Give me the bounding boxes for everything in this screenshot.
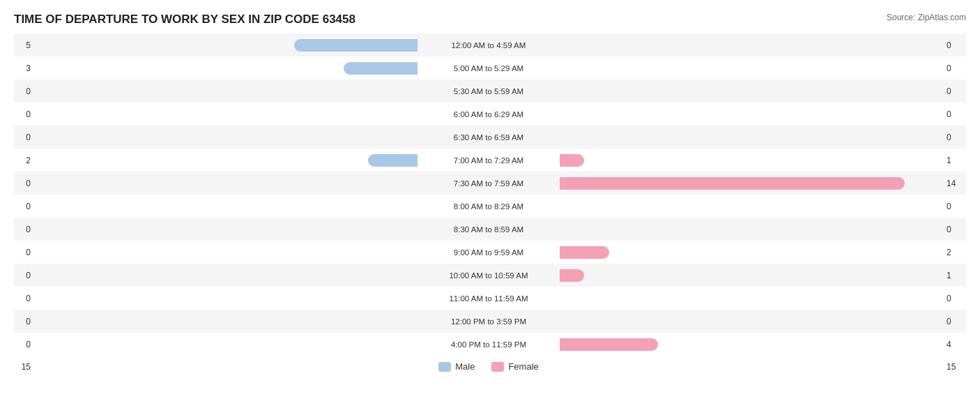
left-value: 5 — [14, 40, 33, 50]
time-label: 8:30 AM to 8:59 AM — [419, 225, 558, 234]
male-bar — [344, 62, 418, 75]
female-bar — [560, 154, 584, 167]
legend-male-label: Male — [455, 361, 475, 372]
male-side — [33, 84, 419, 99]
male-side — [33, 291, 419, 306]
bars-center: 12:00 PM to 3:59 PM — [33, 310, 944, 333]
female-side — [558, 245, 944, 260]
chart-row: 0 6:00 AM to 6:29 AM 0 — [14, 103, 966, 126]
bars-center: 12:00 AM to 4:59 AM — [33, 33, 944, 56]
male-side — [33, 61, 419, 76]
female-side — [558, 337, 944, 352]
left-value: 0 — [14, 317, 33, 326]
left-value: 0 — [14, 248, 33, 257]
bars-center: 5:30 AM to 5:59 AM — [33, 80, 944, 103]
chart-source: Source: ZipAtlas.com — [887, 13, 966, 22]
male-side — [33, 130, 419, 145]
left-value: 0 — [14, 340, 33, 349]
female-side — [558, 84, 944, 99]
left-value: 0 — [14, 271, 33, 280]
female-bar — [560, 246, 609, 259]
male-side — [33, 153, 419, 168]
legend-male: Male — [438, 361, 475, 372]
time-label: 7:00 AM to 7:29 AM — [419, 156, 558, 165]
female-side — [558, 153, 944, 168]
right-value: 0 — [944, 40, 966, 50]
female-side — [558, 107, 944, 122]
bottom-right-value: 15 — [944, 362, 966, 372]
right-value: 14 — [944, 179, 966, 188]
left-value: 0 — [14, 133, 33, 142]
legend-female-label: Female — [508, 361, 538, 372]
female-side — [558, 130, 944, 145]
bars-center: 6:00 AM to 6:29 AM — [33, 103, 944, 126]
right-value: 0 — [944, 86, 966, 96]
right-value: 0 — [944, 317, 966, 326]
bars-center: 10:00 AM to 10:59 AM — [33, 264, 944, 287]
female-side — [558, 61, 944, 76]
right-value: 0 — [944, 63, 966, 73]
right-value: 0 — [944, 225, 966, 234]
right-value: 4 — [944, 340, 966, 349]
chart-row: 2 7:00 AM to 7:29 AM 1 — [14, 149, 966, 172]
left-value: 0 — [14, 202, 33, 211]
male-side — [33, 38, 419, 53]
female-side — [558, 222, 944, 237]
time-label: 5:00 AM to 5:29 AM — [419, 64, 558, 73]
time-label: 12:00 PM to 3:59 PM — [419, 317, 558, 326]
left-value: 0 — [14, 294, 33, 303]
right-value: 2 — [944, 248, 966, 257]
male-side — [33, 107, 419, 122]
female-side — [558, 291, 944, 306]
right-value: 0 — [944, 294, 966, 303]
bars-center: 7:30 AM to 7:59 AM — [33, 172, 944, 195]
male-side — [33, 337, 419, 352]
right-value: 1 — [944, 271, 966, 280]
right-value: 0 — [944, 202, 966, 211]
right-value: 1 — [944, 156, 966, 165]
bars-center: 11:00 AM to 11:59 AM — [33, 287, 944, 310]
left-value: 3 — [14, 63, 33, 73]
female-bar — [560, 177, 905, 190]
male-side — [33, 199, 419, 214]
chart-row: 0 9:00 AM to 9:59 AM 2 — [14, 241, 966, 264]
male-side — [33, 222, 419, 237]
chart-title: TIME OF DEPARTURE TO WORK BY SEX IN ZIP … — [14, 13, 966, 27]
chart-row: 0 7:30 AM to 7:59 AM 14 — [14, 172, 966, 195]
male-side — [33, 176, 419, 191]
chart-row: 0 6:30 AM to 6:59 AM 0 — [14, 126, 966, 149]
chart-row: 0 10:00 AM to 10:59 AM 1 — [14, 264, 966, 287]
time-label: 6:00 AM to 6:29 AM — [419, 110, 558, 119]
female-bar — [560, 269, 584, 282]
chart-row: 0 8:30 AM to 8:59 AM 0 — [14, 218, 966, 241]
bars-center: 4:00 PM to 11:59 PM — [33, 333, 944, 356]
male-side — [33, 314, 419, 329]
left-value: 0 — [14, 110, 33, 119]
male-bar — [368, 154, 418, 167]
bars-center: 9:00 AM to 9:59 AM — [33, 241, 944, 264]
female-side — [558, 314, 944, 329]
bars-center: 7:00 AM to 7:29 AM — [33, 149, 944, 172]
bars-center: 8:30 AM to 8:59 AM — [33, 218, 944, 241]
chart-container: TIME OF DEPARTURE TO WORK BY SEX IN ZIP … — [0, 0, 980, 415]
female-side — [558, 199, 944, 214]
legend-female-box — [491, 362, 504, 372]
female-side — [558, 38, 944, 53]
left-value: 2 — [14, 156, 33, 165]
legend-male-box — [438, 362, 451, 372]
time-label: 9:00 AM to 9:59 AM — [419, 248, 558, 257]
chart-row: 0 8:00 AM to 8:29 AM 0 — [14, 195, 966, 218]
left-value: 0 — [14, 225, 33, 234]
bars-center: 6:30 AM to 6:59 AM — [33, 126, 944, 149]
chart-area: 5 12:00 AM to 4:59 AM 0 3 5:00 AM to 5:2… — [14, 33, 966, 356]
chart-row: 0 12:00 PM to 3:59 PM 0 — [14, 310, 966, 333]
male-bar — [294, 39, 418, 52]
female-side — [558, 268, 944, 283]
time-label: 10:00 AM to 10:59 AM — [419, 271, 558, 280]
female-side — [558, 176, 944, 191]
bars-center: 8:00 AM to 8:29 AM — [33, 195, 944, 218]
female-bar — [560, 338, 658, 351]
right-value: 0 — [944, 110, 966, 119]
left-value: 0 — [14, 179, 33, 188]
male-side — [33, 268, 419, 283]
